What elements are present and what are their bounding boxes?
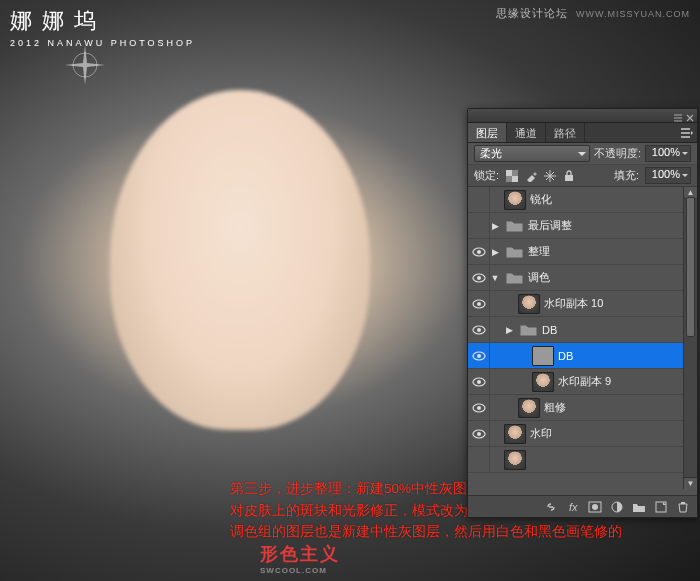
tab-layers[interactable]: 图层 — [468, 123, 507, 142]
layer-row[interactable]: ▶最后调整 — [468, 213, 697, 239]
lock-position-icon[interactable] — [543, 169, 557, 183]
layer-thumbnail[interactable] — [532, 372, 554, 392]
collapse-icon[interactable] — [674, 112, 682, 120]
folder-icon[interactable] — [504, 216, 524, 236]
svg-point-13 — [477, 328, 481, 332]
lock-pixels-icon[interactable] — [524, 169, 538, 183]
svg-point-24 — [592, 504, 598, 510]
layers-panel: 图层 通道 路径 柔光 不透明度: 100% 锁定: 填充: 100% — [467, 108, 698, 518]
layer-row[interactable]: DB — [468, 343, 697, 369]
visibility-toggle[interactable] — [468, 213, 490, 239]
visibility-toggle[interactable] — [468, 317, 490, 343]
blend-mode-select[interactable]: 柔光 — [474, 145, 590, 162]
site-logo-text: 形色主义 — [260, 544, 340, 564]
layer-name[interactable]: 最后调整 — [528, 218, 697, 233]
scroll-thumb[interactable] — [686, 197, 695, 337]
app-root: 思缘设计论坛 WWW.MISSYUAN.COM 娜 娜 坞 2012 NANAW… — [0, 0, 700, 581]
tab-paths[interactable]: 路径 — [546, 123, 585, 142]
layers-scrollbar[interactable]: ▲ ▼ — [683, 187, 697, 489]
layer-name[interactable]: 锐化 — [530, 192, 697, 207]
visibility-toggle[interactable] — [468, 447, 490, 473]
new-layer-button[interactable] — [653, 499, 669, 515]
lock-transparent-icon[interactable] — [505, 169, 519, 183]
svg-point-21 — [477, 432, 481, 436]
layer-row[interactable]: 水印 — [468, 421, 697, 447]
layer-name[interactable]: 调色 — [528, 270, 697, 285]
expand-arrow-icon[interactable]: ▼ — [490, 273, 500, 283]
svg-rect-5 — [565, 175, 573, 181]
layer-row[interactable]: 锐化 — [468, 187, 697, 213]
lock-label: 锁定: — [474, 168, 499, 183]
link-layers-button[interactable] — [543, 499, 559, 515]
layer-name[interactable]: 水印 — [530, 426, 697, 441]
layer-name[interactable]: 水印副本 10 — [544, 296, 697, 311]
forum-watermark: 思缘设计论坛 WWW.MISSYUAN.COM — [496, 6, 690, 21]
visibility-toggle[interactable] — [468, 421, 490, 447]
visibility-toggle[interactable] — [468, 265, 490, 291]
layer-thumbnail[interactable] — [504, 190, 526, 210]
delete-layer-button[interactable] — [675, 499, 691, 515]
folder-icon[interactable] — [504, 268, 524, 288]
expand-arrow-icon[interactable]: ▶ — [504, 325, 514, 335]
svg-point-15 — [477, 354, 481, 358]
scroll-down-icon[interactable]: ▼ — [684, 477, 697, 489]
layer-thumbnail[interactable] — [518, 398, 540, 418]
visibility-toggle[interactable] — [468, 291, 490, 317]
visibility-toggle[interactable] — [468, 343, 490, 369]
layer-thumbnail[interactable] — [504, 424, 526, 444]
panel-tabs: 图层 通道 路径 — [468, 123, 697, 143]
author-name: 娜 娜 坞 — [10, 6, 195, 36]
tab-channels[interactable]: 通道 — [507, 123, 546, 142]
svg-point-11 — [477, 302, 481, 306]
svg-point-7 — [477, 250, 481, 254]
forum-url: WWW.MISSYUAN.COM — [576, 9, 690, 19]
layer-row[interactable] — [468, 447, 697, 473]
layer-row[interactable]: 粗修 — [468, 395, 697, 421]
svg-point-19 — [477, 406, 481, 410]
lock-all-icon[interactable] — [562, 169, 576, 183]
layer-row[interactable]: ▶整理 — [468, 239, 697, 265]
visibility-toggle[interactable] — [468, 187, 490, 213]
svg-rect-4 — [506, 176, 512, 182]
layer-thumbnail[interactable] — [532, 346, 554, 366]
svg-rect-1 — [506, 170, 512, 176]
layer-row[interactable]: ▼调色 — [468, 265, 697, 291]
layer-thumbnail[interactable] — [518, 294, 540, 314]
layer-name[interactable]: 水印副本 9 — [558, 374, 697, 389]
visibility-toggle[interactable] — [468, 395, 490, 421]
close-icon[interactable] — [686, 112, 694, 120]
layer-style-button[interactable]: fx — [565, 499, 581, 515]
visibility-toggle[interactable] — [468, 369, 490, 395]
layer-name[interactable]: 粗修 — [544, 400, 697, 415]
folder-icon[interactable] — [518, 320, 538, 340]
folder-icon[interactable] — [504, 242, 524, 262]
new-group-button[interactable] — [631, 499, 647, 515]
portrait-face — [110, 90, 370, 430]
panel-titlebar[interactable] — [468, 109, 697, 123]
lock-icons — [505, 169, 576, 183]
layer-row[interactable]: ▶DB — [468, 317, 697, 343]
layer-row[interactable]: 水印副本 9 — [468, 369, 697, 395]
blend-opacity-row: 柔光 不透明度: 100% — [468, 143, 697, 165]
lock-fill-row: 锁定: 填充: 100% — [468, 165, 697, 187]
forum-name: 思缘设计论坛 — [496, 7, 568, 19]
layer-name[interactable]: DB — [558, 350, 697, 362]
layer-name[interactable]: 整理 — [528, 244, 697, 259]
visibility-toggle[interactable] — [468, 239, 490, 265]
svg-text:fx: fx — [569, 501, 578, 513]
fill-field[interactable]: 100% — [645, 167, 691, 184]
layer-mask-button[interactable] — [587, 499, 603, 515]
opacity-field[interactable]: 100% — [645, 145, 691, 162]
author-subtitle: 2012 NANAWU PHOTOSHOP — [10, 38, 195, 48]
expand-arrow-icon[interactable]: ▶ — [490, 247, 500, 257]
adjustment-layer-button[interactable] — [609, 499, 625, 515]
svg-rect-3 — [512, 170, 518, 176]
layer-thumbnail[interactable] — [504, 450, 526, 470]
site-logo-sub: SWCOOL.COM — [260, 566, 340, 575]
panel-footer: fx — [468, 495, 697, 517]
layer-row[interactable]: 水印副本 10 — [468, 291, 697, 317]
panel-menu-button[interactable] — [677, 123, 697, 142]
opacity-label: 不透明度: — [594, 146, 641, 161]
layer-name[interactable]: DB — [542, 324, 697, 336]
expand-arrow-icon[interactable]: ▶ — [490, 221, 500, 231]
